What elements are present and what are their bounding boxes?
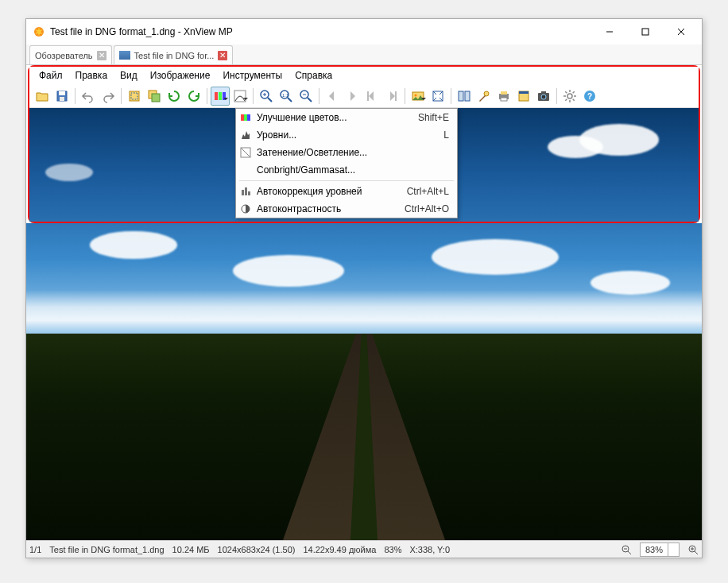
- tab-label: Test file in DNG for...: [134, 51, 215, 60]
- enhance-icon: [236, 112, 255, 123]
- shadow-icon: [236, 147, 255, 158]
- zoom-in-button[interactable]: [257, 87, 276, 106]
- separator: [253, 88, 254, 104]
- tab-label: Обозреватель: [35, 51, 93, 60]
- resize-button[interactable]: [145, 87, 164, 106]
- svg-rect-32: [465, 91, 470, 101]
- zoom-out-button[interactable]: [296, 87, 316, 106]
- save-button[interactable]: [52, 87, 72, 106]
- image-preview-top: Улучшение цветов... Shift+E Уровни... L …: [29, 108, 699, 222]
- zoom-in-icon[interactable]: [687, 544, 699, 555]
- status-dimensions: 1024x683x24 (1.50): [218, 545, 296, 554]
- close-button[interactable]: [663, 20, 699, 44]
- separator: [451, 88, 451, 104]
- menu-auto-contrast[interactable]: Автоконтрастность Ctrl+Alt+O: [236, 200, 457, 218]
- zoom-out-icon[interactable]: [621, 544, 632, 555]
- fullscreen-button[interactable]: [428, 87, 447, 106]
- menu-auto-levels[interactable]: Автокоррекция уровней Ctrl+Alt+L: [236, 183, 457, 200]
- menu-image[interactable]: Изображение: [144, 68, 217, 83]
- zoom-stepper-icon[interactable]: [668, 543, 679, 556]
- status-counter: 1/1: [29, 545, 41, 554]
- rotate-left-button[interactable]: [165, 87, 184, 106]
- svg-rect-7: [60, 97, 64, 101]
- export-button[interactable]: [514, 87, 533, 106]
- status-physical: 14.22x9.49 дюйма: [303, 545, 376, 554]
- first-button[interactable]: [362, 87, 381, 106]
- autocontrast-icon: [236, 203, 255, 214]
- status-filename: Test file in DNG format_1.dng: [49, 545, 164, 554]
- separator: [75, 88, 76, 104]
- tab-close-icon[interactable]: ✕: [218, 51, 227, 60]
- titlebar: Test file in DNG format_1.dng - XnView M…: [26, 19, 702, 44]
- svg-point-40: [541, 95, 546, 99]
- separator: [121, 88, 122, 104]
- menu-enhance-colors[interactable]: Улучшение цветов... Shift+E: [236, 109, 457, 126]
- svg-rect-14: [223, 92, 226, 100]
- menu-edit[interactable]: Правка: [69, 68, 114, 83]
- svg-rect-31: [459, 91, 463, 101]
- last-button[interactable]: [382, 87, 401, 106]
- menu-tools[interactable]: Инструменты: [216, 68, 288, 83]
- status-coords: X:338, Y:0: [409, 545, 450, 554]
- color-adjust-button[interactable]: [211, 87, 230, 106]
- crop-button[interactable]: [125, 87, 144, 106]
- status-filesize: 10.24 МБ: [172, 545, 210, 554]
- app-window: Test file in DNG format_1.dng - XnView M…: [25, 18, 703, 558]
- open-button[interactable]: [33, 87, 52, 106]
- compare-button[interactable]: [455, 87, 474, 106]
- svg-text:1:1: 1:1: [282, 93, 289, 98]
- menu-shadow-highlight[interactable]: Затенение/Осветление...: [236, 144, 457, 161]
- menu-help[interactable]: Справка: [288, 68, 339, 83]
- levels-icon: [236, 129, 255, 141]
- svg-point-29: [415, 94, 417, 96]
- tab-thumb-icon: [119, 51, 130, 60]
- statusbar: 1/1 Test file in DNG format_1.dng 10.24 …: [26, 540, 702, 558]
- rotate-right-button[interactable]: [184, 87, 203, 106]
- prev-button[interactable]: [323, 87, 342, 106]
- separator: [556, 88, 557, 104]
- menubar: Файл Правка Вид Изображение Инструменты …: [29, 67, 699, 84]
- highlighted-region: Файл Правка Вид Изображение Инструменты …: [28, 65, 700, 223]
- svg-rect-51: [248, 191, 250, 195]
- maximize-button[interactable]: [627, 20, 663, 44]
- toolbar: 1:1 ?: [29, 84, 699, 108]
- status-zoom: 83%: [384, 545, 401, 554]
- zoom-value: 83%: [641, 545, 668, 554]
- separator: [319, 88, 319, 104]
- svg-rect-38: [519, 91, 529, 94]
- zoom-actual-button[interactable]: 1:1: [277, 87, 296, 106]
- svg-rect-47: [247, 114, 250, 121]
- separator: [239, 180, 454, 181]
- svg-line-54: [628, 551, 631, 554]
- slideshow-button[interactable]: [409, 87, 428, 106]
- separator: [207, 88, 207, 104]
- svg-text:?: ?: [587, 92, 592, 101]
- capture-button[interactable]: [534, 87, 553, 106]
- menu-levels[interactable]: Уровни... L: [236, 126, 457, 144]
- print-button[interactable]: [494, 87, 513, 106]
- image-viewport[interactable]: [26, 223, 702, 540]
- help-button[interactable]: ?: [580, 87, 599, 106]
- menu-file[interactable]: Файл: [33, 68, 69, 83]
- svg-rect-46: [244, 114, 247, 121]
- curves-button[interactable]: [230, 87, 250, 106]
- displayed-image: [26, 223, 702, 540]
- edit-button[interactable]: [474, 87, 494, 106]
- minimize-button[interactable]: [591, 20, 627, 44]
- menu-conbright[interactable]: Conbright/Gammasat...: [236, 161, 457, 179]
- svg-rect-36: [501, 98, 507, 101]
- redo-button[interactable]: [99, 87, 118, 106]
- tab-close-icon[interactable]: ✕: [97, 51, 106, 60]
- svg-rect-12: [215, 92, 218, 100]
- zoom-field[interactable]: 83%: [640, 542, 680, 557]
- svg-rect-11: [152, 94, 160, 102]
- tab-file[interactable]: Test file in DNG for... ✕: [114, 45, 234, 64]
- svg-rect-6: [59, 91, 65, 95]
- tab-browser[interactable]: Обозреватель ✕: [29, 45, 112, 64]
- app-icon: [33, 25, 45, 38]
- settings-button[interactable]: [560, 87, 579, 106]
- next-button[interactable]: [343, 87, 362, 106]
- undo-button[interactable]: [79, 87, 98, 106]
- window-title: Test file in DNG format_1.dng - XnView M…: [50, 26, 591, 37]
- menu-view[interactable]: Вид: [114, 68, 144, 83]
